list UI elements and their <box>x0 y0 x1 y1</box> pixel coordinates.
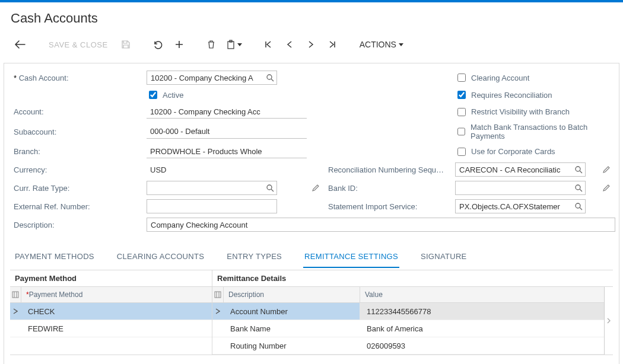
currency-label: Currency: <box>10 165 147 174</box>
cash-account-input[interactable] <box>147 71 276 84</box>
prev-record-button[interactable] <box>280 37 299 52</box>
tab-payment-methods[interactable]: PAYMENT METHODS <box>14 248 96 268</box>
tab-remittance-settings[interactable]: REMITTANCE SETTINGS <box>303 248 399 268</box>
clipboard-button[interactable] <box>223 37 246 52</box>
toolbar: SAVE & CLOSE ACTIONS <box>0 31 623 63</box>
match-bank-checkbox[interactable]: Match Bank Transactions to Batch Payment… <box>455 123 597 141</box>
clearing-account-checkbox[interactable]: Clearing Account <box>455 72 597 84</box>
restrict-visibility-checkbox[interactable]: Restrict Visibility with Branch <box>455 106 597 118</box>
statement-import-label: Statement Import Service: <box>325 202 455 211</box>
branch-label: Branch: <box>10 147 147 156</box>
external-ref-field[interactable] <box>147 199 277 213</box>
add-button[interactable] <box>170 37 189 52</box>
description-label: Description: <box>10 221 147 229</box>
payment-method-title: Payment Method <box>10 270 212 287</box>
account-value: 10200 - Company Checking Acc <box>147 105 307 119</box>
remittance-value-cell[interactable]: 112233445566778 <box>360 303 604 320</box>
payment-method-header: *Payment Method <box>10 287 212 303</box>
remittance-row[interactable]: Routing Number 026009593 <box>212 337 604 355</box>
restrict-visibility-input[interactable] <box>457 108 466 116</box>
remittance-desc-cell: Routing Number <box>223 341 360 350</box>
delete-button[interactable] <box>202 37 221 52</box>
use-corporate-cards-checkbox[interactable]: Use for Corporate Cards <box>455 146 597 158</box>
recon-numbering-input[interactable] <box>456 163 585 176</box>
requires-reconciliation-input[interactable] <box>457 91 466 99</box>
bank-id-label: Bank ID: <box>325 184 455 193</box>
first-record-button[interactable] <box>259 37 278 52</box>
bank-id-selector[interactable] <box>455 181 586 195</box>
tab-signature[interactable]: SIGNATURE <box>419 248 468 268</box>
svg-rect-8 <box>215 292 221 298</box>
remittance-desc-cell: Bank Name <box>223 324 360 333</box>
payment-method-column-header[interactable]: *Payment Method <box>21 290 212 299</box>
page-title: Cash Accounts <box>0 2 623 31</box>
external-ref-label: External Ref. Number: <box>10 202 147 211</box>
remittance-details-panel: Remittance Details Description Value <box>212 270 613 355</box>
payment-method-row[interactable]: CHECK <box>10 303 212 320</box>
clearing-account-label: Clearing Account <box>471 74 529 82</box>
payment-method-row[interactable]: FEDWIRE <box>10 320 212 337</box>
svg-rect-7 <box>12 292 18 298</box>
remittance-value-cell[interactable]: Bank of America <box>360 324 604 333</box>
curr-rate-type-label: Curr. Rate Type: <box>10 184 147 193</box>
tab-clearing-accounts[interactable]: CLEARING ACCOUNTS <box>116 248 205 268</box>
edit-curr-rate-type-button[interactable] <box>307 184 325 192</box>
clearing-account-input[interactable] <box>457 74 466 82</box>
cash-account-selector[interactable] <box>147 71 277 85</box>
subaccount-label: Subaccount: <box>10 127 147 136</box>
payment-method-cell: CHECK <box>21 307 62 316</box>
edit-recon-numbering-button[interactable] <box>597 165 615 174</box>
remittance-value-header[interactable]: Value <box>360 290 604 299</box>
tabs: PAYMENT METHODS CLEARING ACCOUNTS ENTRY … <box>14 248 613 269</box>
edit-bank-id-button[interactable] <box>597 184 615 192</box>
row-indicator-icon <box>212 308 223 314</box>
remittance-row[interactable]: Bank Name Bank of America <box>212 320 604 337</box>
use-corporate-cards-label: Use for Corporate Cards <box>471 147 555 156</box>
column-config-button[interactable] <box>10 287 21 302</box>
last-record-button[interactable] <box>323 37 342 52</box>
payment-method-cell: FEDWIRE <box>21 324 71 333</box>
curr-rate-type-input[interactable] <box>147 181 276 194</box>
bank-id-input[interactable] <box>456 181 585 194</box>
cash-account-label: Cash Account: <box>10 74 147 82</box>
remittance-desc-cell: Account Number <box>223 307 360 316</box>
row-indicator-icon <box>10 308 21 314</box>
requires-reconciliation-label: Requires Reconciliation <box>471 91 552 100</box>
column-config-button[interactable] <box>212 287 224 302</box>
tab-entry-types[interactable]: ENTRY TYPES <box>225 248 283 268</box>
active-label: Active <box>163 91 183 100</box>
external-ref-input[interactable] <box>147 200 276 213</box>
description-field[interactable] <box>147 218 615 232</box>
scroll-right-button[interactable] <box>604 287 613 355</box>
statement-import-selector[interactable] <box>455 199 586 213</box>
save-button[interactable] <box>116 37 135 52</box>
remittance-details-title: Remittance Details <box>212 270 613 287</box>
next-record-button[interactable] <box>301 37 320 52</box>
undo-button[interactable] <box>148 37 167 52</box>
actions-menu[interactable]: ACTIONS <box>355 37 408 52</box>
description-input[interactable] <box>147 218 615 231</box>
recon-numbering-selector[interactable] <box>455 162 586 177</box>
svg-rect-0 <box>228 41 234 49</box>
match-bank-label: Match Bank Transactions to Batch Payment… <box>471 123 597 141</box>
use-corporate-cards-input[interactable] <box>457 148 466 156</box>
remittance-row[interactable]: Account Number 112233445566778 <box>212 303 604 320</box>
branch-value: PRODWHOLE - Products Whole <box>147 145 307 158</box>
remittance-value-cell[interactable]: 026009593 <box>360 341 604 350</box>
restrict-visibility-label: Restrict Visibility with Branch <box>471 107 570 116</box>
active-input[interactable] <box>149 91 157 99</box>
active-checkbox[interactable]: Active <box>147 89 307 101</box>
remittance-header: Description Value <box>212 287 604 303</box>
currency-value: USD <box>147 165 307 174</box>
recon-numbering-label: Reconciliation Numbering Sequ… <box>325 165 455 174</box>
statement-import-input[interactable] <box>456 200 585 213</box>
subaccount-value: 000-000 - Default <box>147 125 307 139</box>
back-button[interactable] <box>11 37 30 52</box>
save-and-close-button: SAVE & CLOSE <box>43 37 114 52</box>
requires-reconciliation-checkbox[interactable]: Requires Reconciliation <box>455 89 597 101</box>
form-area: Cash Account: Clearing Account Active Re… <box>4 63 619 364</box>
curr-rate-type-selector[interactable] <box>147 181 277 195</box>
match-bank-input[interactable] <box>457 127 465 136</box>
remittance-desc-header[interactable]: Description <box>224 287 360 302</box>
payment-method-panel: Payment Method *Payment Method CHECK FED… <box>10 270 212 355</box>
